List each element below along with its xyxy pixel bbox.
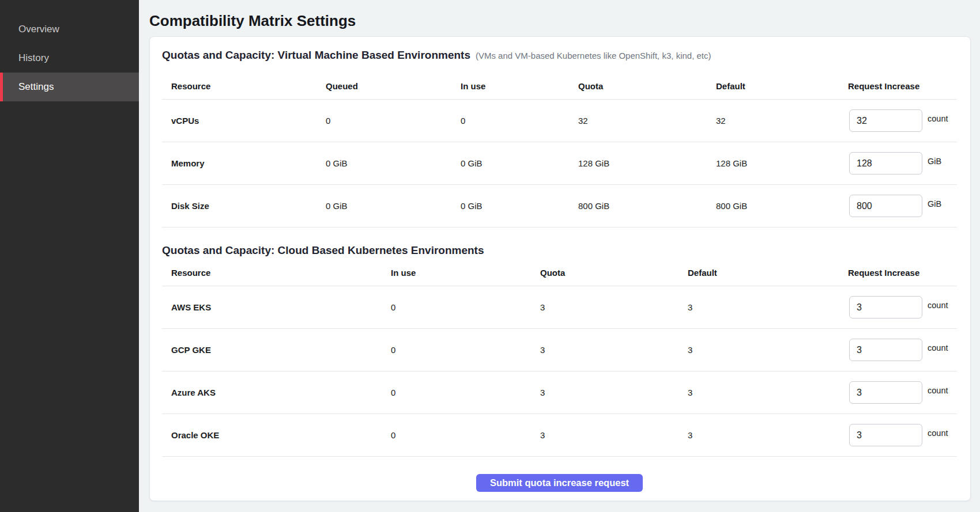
vm-quota-section: Quotas and Capacity: Virtual Machine Bas…: [162, 48, 957, 227]
oracle-oke-request-input[interactable]: [849, 424, 922, 446]
table-row-disk-size: Disk Size 0 GiB 0 GiB 800 GiB 800 GiB Gi…: [162, 185, 957, 227]
resource-name: Memory: [162, 158, 316, 168]
unit-label: count: [928, 301, 957, 310]
resource-name: vCPUs: [162, 116, 316, 126]
in-use-value: 0: [382, 345, 531, 355]
in-use-value: 0 GiB: [451, 158, 569, 168]
request-increase-cell: GiB: [839, 195, 957, 217]
vm-table-header-row: Resource Queued In use Quota Default Req…: [162, 73, 957, 100]
default-value: 3: [679, 430, 839, 440]
quota-value: 3: [531, 302, 679, 312]
sidebar-nav: Overview History Settings: [0, 15, 139, 101]
default-value: 32: [707, 116, 839, 126]
quota-value: 3: [531, 345, 679, 355]
cloud-section-header: Quotas and Capacity: Cloud Based Kuberne…: [162, 244, 957, 257]
cloud-column-request-increase: Request Increase: [839, 268, 957, 278]
memory-request-input[interactable]: [849, 152, 922, 175]
cloud-quota-section: Quotas and Capacity: Cloud Based Kuberne…: [162, 244, 957, 457]
resource-name: Disk Size: [162, 201, 316, 211]
vm-column-queued: Queued: [316, 81, 451, 91]
unit-label: GiB: [928, 157, 957, 166]
quota-value: 128 GiB: [569, 158, 707, 168]
vm-column-request-increase: Request Increase: [839, 81, 957, 91]
table-row-aws-eks: AWS EKS 0 3 3 count: [162, 286, 957, 329]
quota-value: 32: [569, 116, 707, 126]
vm-column-in-use: In use: [451, 81, 569, 91]
resource-name: AWS EKS: [162, 302, 382, 312]
request-increase-cell: count: [839, 424, 957, 446]
main-content: Compatibility Matrix Settings Quotas and…: [139, 0, 980, 512]
queued-value: 0 GiB: [316, 158, 451, 168]
vm-section-header: Quotas and Capacity: Virtual Machine Bas…: [162, 48, 957, 62]
queued-value: 0 GiB: [316, 201, 451, 211]
sidebar-item-history[interactable]: History: [0, 44, 139, 73]
resource-name: Azure AKS: [162, 388, 382, 397]
vm-quota-table: Resource Queued In use Quota Default Req…: [162, 73, 957, 227]
vm-column-quota: Quota: [569, 81, 707, 91]
unit-label: GiB: [928, 199, 957, 208]
vm-column-resource: Resource: [162, 81, 316, 91]
table-row-vcpus: vCPUs 0 0 32 32 count: [162, 100, 957, 142]
default-value: 3: [679, 302, 839, 312]
request-increase-cell: count: [839, 339, 957, 361]
unit-label: count: [928, 343, 957, 352]
in-use-value: 0 GiB: [451, 201, 569, 211]
cloud-column-quota: Quota: [531, 268, 679, 278]
vcpus-request-input[interactable]: [849, 109, 922, 132]
sidebar-item-overview[interactable]: Overview: [0, 15, 139, 44]
vm-section-subtitle: (VMs and VM-based Kubernetes like OpenSh…: [476, 51, 711, 60]
in-use-value: 0: [451, 116, 569, 126]
vm-section-title: Quotas and Capacity: Virtual Machine Bas…: [162, 49, 470, 61]
in-use-value: 0: [382, 302, 531, 312]
page-title: Compatibility Matrix Settings: [149, 13, 971, 29]
quota-value: 800 GiB: [569, 201, 707, 211]
cloud-quota-table: Resource In use Quota Default Request In…: [162, 260, 957, 457]
request-increase-cell: count: [839, 381, 957, 404]
unit-label: count: [928, 428, 957, 438]
sidebar-item-settings[interactable]: Settings: [0, 73, 139, 101]
disk-size-request-input[interactable]: [849, 195, 922, 217]
request-increase-cell: count: [839, 109, 957, 132]
azure-aks-request-input[interactable]: [849, 381, 922, 404]
in-use-value: 0: [382, 430, 531, 440]
resource-name: GCP GKE: [162, 345, 382, 355]
default-value: 3: [679, 345, 839, 355]
cloud-column-default: Default: [679, 268, 839, 278]
aws-eks-request-input[interactable]: [849, 296, 922, 318]
quota-value: 3: [531, 388, 679, 397]
submit-quota-increase-button[interactable]: Submit quota increase request: [476, 474, 643, 492]
request-increase-cell: GiB: [839, 152, 957, 175]
unit-label: count: [928, 386, 957, 395]
sidebar-item-history-label: History: [18, 52, 49, 64]
table-row-gcp-gke: GCP GKE 0 3 3 count: [162, 329, 957, 371]
cloud-section-title: Quotas and Capacity: Cloud Based Kuberne…: [162, 244, 484, 256]
quota-value: 3: [531, 430, 679, 440]
default-value: 3: [679, 388, 839, 397]
table-row-memory: Memory 0 GiB 0 GiB 128 GiB 128 GiB GiB: [162, 142, 957, 185]
submit-row: Submit quota increase request: [162, 474, 957, 492]
in-use-value: 0: [382, 388, 531, 397]
table-row-azure-aks: Azure AKS 0 3 3 count: [162, 371, 957, 414]
resource-name: Oracle OKE: [162, 430, 382, 440]
request-increase-cell: count: [839, 296, 957, 318]
default-value: 128 GiB: [707, 158, 839, 168]
cloud-table-header-row: Resource In use Quota Default Request In…: [162, 260, 957, 286]
sidebar-item-settings-label: Settings: [18, 81, 54, 93]
cloud-column-resource: Resource: [162, 268, 382, 278]
cloud-column-in-use: In use: [382, 268, 531, 278]
default-value: 800 GiB: [707, 201, 839, 211]
sidebar: Overview History Settings: [0, 0, 139, 512]
vm-column-default: Default: [707, 81, 839, 91]
gcp-gke-request-input[interactable]: [849, 339, 922, 361]
settings-card: Quotas and Capacity: Virtual Machine Bas…: [149, 36, 971, 501]
queued-value: 0: [316, 116, 451, 126]
unit-label: count: [928, 114, 957, 123]
sidebar-item-overview-label: Overview: [18, 24, 59, 35]
table-row-oracle-oke: Oracle OKE 0 3 3 count: [162, 414, 957, 457]
